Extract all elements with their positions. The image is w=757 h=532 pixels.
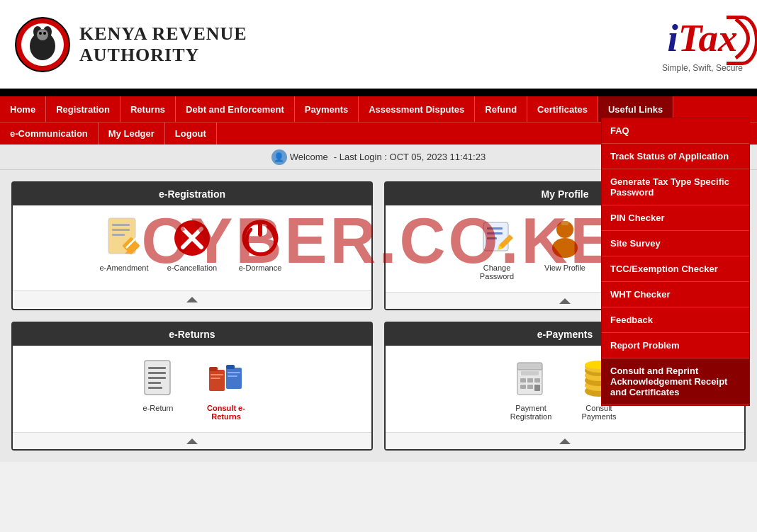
nav-ecommunication[interactable]: e-Communication (0, 123, 99, 145)
ereturns-header: e-Returns (13, 323, 371, 346)
ecancellation-icon (171, 217, 213, 259)
itax-logo: i Tax Simple, Swift, Secure (662, 16, 743, 73)
svg-rect-49 (211, 378, 220, 379)
dropdown-site-survey[interactable]: Site Survey (602, 231, 749, 256)
payment-registration-icon (510, 357, 552, 400)
consult-ereturns-item[interactable]: Consult e-Returns (198, 357, 254, 421)
change-password-item[interactable]: Change Password (469, 217, 525, 281)
ereturns-body: e-Return Consult e-Returns (13, 346, 371, 432)
ecancellation-label: e-Cancellation (167, 264, 217, 272)
edormance-item[interactable]: e-Dormance (232, 217, 288, 279)
nav-returns[interactable]: Returns (120, 96, 176, 122)
svg-rect-31 (561, 221, 568, 225)
useful-links-dropdown: FAQ Track Status of Application Generate… (601, 118, 750, 406)
ereturn-item[interactable]: e-Return (130, 357, 186, 421)
svg-rect-55 (527, 378, 533, 383)
svg-rect-41 (148, 377, 166, 379)
svg-rect-39 (148, 367, 166, 369)
nav-certificates[interactable]: Certificates (527, 96, 598, 122)
folders-icon (207, 357, 246, 400)
svg-rect-44 (209, 370, 225, 391)
svg-point-30 (552, 238, 578, 258)
nav-refund[interactable]: Refund (475, 96, 527, 122)
dropdown-generate-password[interactable]: Generate Tax Type Specific Password (602, 169, 749, 205)
svg-rect-23 (487, 227, 503, 230)
ereturn-label: e-Return (143, 404, 174, 412)
svg-rect-54 (520, 378, 526, 383)
svg-rect-42 (148, 382, 161, 384)
svg-rect-46 (226, 368, 242, 389)
eregistration-header: e-Registration (13, 183, 371, 205)
eamendment-item[interactable]: e-Amendment (96, 217, 152, 279)
svg-rect-48 (211, 374, 223, 375)
change-password-icon (476, 217, 518, 259)
nav-payments[interactable]: Payments (295, 96, 359, 122)
svg-text:KRA: KRA (37, 60, 47, 65)
svg-rect-24 (487, 232, 503, 234)
welcome-text: Welcome (290, 152, 328, 162)
ecancellation-item[interactable]: e-Cancellation (164, 217, 220, 279)
consult-ereturns-label: Consult e-Returns (198, 404, 254, 421)
document-lines-icon (139, 357, 178, 400)
svg-rect-57 (520, 385, 526, 389)
consult-payments-label: Consult Payments (571, 404, 627, 421)
svg-rect-11 (112, 224, 130, 226)
svg-rect-58 (527, 385, 533, 389)
eamendment-label: e-Amendment (99, 264, 148, 272)
svg-rect-13 (112, 234, 125, 236)
nav-assessment-disputes[interactable]: Assessment Disputes (359, 96, 475, 122)
payment-registration-label: Payment Registration (503, 404, 559, 421)
last-login-text: - Last Login : OCT 05, 2023 11:41:23 (334, 152, 486, 162)
dropdown-feedback[interactable]: Feedback (602, 307, 749, 333)
payment-registration-item[interactable]: Payment Registration (503, 357, 559, 421)
kra-name: Kenya Revenue Authority (79, 23, 247, 66)
dropdown-wht-checker[interactable]: WHT Checker (602, 282, 749, 307)
nav-registration[interactable]: Registration (46, 96, 120, 122)
edormance-icon (239, 217, 281, 259)
document-pencil-icon (105, 217, 144, 259)
kra-emblem-icon: KRA (14, 16, 71, 73)
dropdown-faq[interactable]: FAQ (602, 118, 749, 144)
x-mark-icon (173, 217, 212, 259)
myprofile-scroll-up[interactable] (559, 298, 571, 304)
itax-tax: Tax (678, 16, 738, 60)
kra-text: Kenya Revenue Authority (79, 23, 247, 66)
dropdown-tcc-checker[interactable]: TCC/Exemption Checker (602, 256, 749, 282)
consult-ereturns-icon (205, 357, 247, 400)
svg-rect-53 (521, 371, 539, 375)
dropdown-consult-reprint[interactable]: Consult and Reprint Acknowledgement Rece… (602, 358, 749, 405)
ereturns-scroll-up[interactable] (186, 438, 198, 444)
svg-rect-60 (517, 363, 542, 370)
ereturns-footer (13, 432, 371, 449)
itax-arc-icon (732, 16, 757, 62)
svg-point-8 (43, 32, 46, 35)
view-profile-icon (544, 217, 586, 259)
pencil-blue-icon (478, 217, 517, 259)
change-password-label: Change Password (469, 264, 525, 281)
itax-i: i (668, 16, 678, 60)
nav-home[interactable]: Home (0, 96, 46, 122)
svg-rect-40 (148, 372, 166, 374)
svg-rect-51 (228, 375, 237, 377)
circle-power-icon (241, 217, 280, 259)
register-icon (512, 357, 551, 400)
dropdown-pin-checker[interactable]: PIN Checker (602, 205, 749, 231)
svg-point-6 (37, 29, 48, 40)
kra-logo: KRA Kenya Revenue Authority (14, 16, 247, 73)
nav-debt-enforcement[interactable]: Debt and Enforcement (176, 96, 295, 122)
nav-logout[interactable]: Logout (165, 123, 217, 145)
svg-rect-25 (487, 237, 497, 239)
epayments-scroll-up[interactable] (559, 438, 571, 444)
nav-my-ledger[interactable]: My Ledger (99, 123, 165, 145)
svg-rect-50 (228, 372, 240, 373)
eregistration-scroll-up[interactable] (186, 297, 198, 302)
eregistration-footer (13, 290, 371, 307)
view-profile-item[interactable]: View Profile (537, 217, 593, 281)
eregistration-card: e-Registration e-Amendment (11, 181, 373, 310)
svg-rect-21 (258, 222, 262, 237)
page-header: KRA Kenya Revenue Authority i Tax Simple… (0, 0, 757, 92)
svg-rect-12 (112, 229, 130, 231)
dropdown-track-status[interactable]: Track Status of Application (602, 144, 749, 169)
dropdown-report-problem[interactable]: Report Problem (602, 333, 749, 358)
epayments-footer (386, 432, 744, 449)
